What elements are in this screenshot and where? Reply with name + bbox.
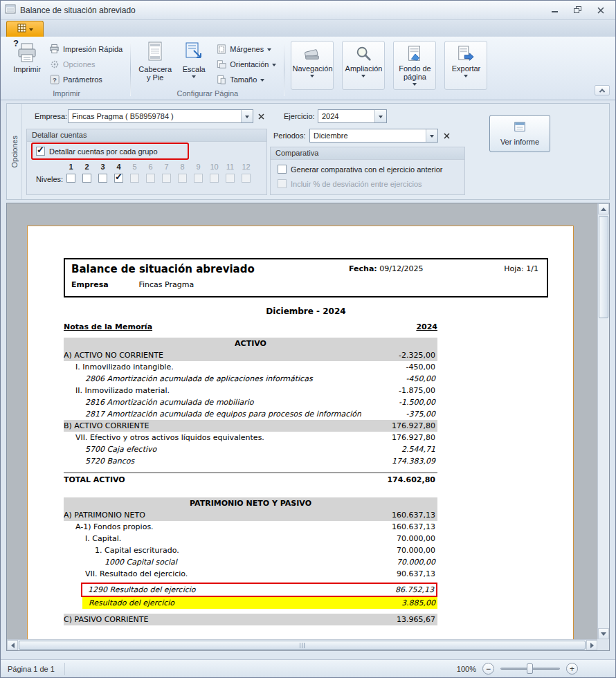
nivel-checkbox-1[interactable] xyxy=(66,174,75,183)
year-column-label: 2024 xyxy=(416,322,437,331)
zoom-out-button[interactable]: − xyxy=(482,663,494,675)
quick-print-icon xyxy=(49,44,60,54)
row-label: II. Inmovilizado material. xyxy=(64,385,361,396)
nivel-checkbox-5 xyxy=(130,174,139,183)
file-menu-button[interactable] xyxy=(6,21,44,37)
orientation-button[interactable]: Orientación xyxy=(213,57,279,71)
printer-icon: ? xyxy=(16,42,38,64)
vertical-scrollbar[interactable] xyxy=(597,203,609,639)
scroll-right-button[interactable] xyxy=(586,640,597,650)
empresa-clear-button[interactable] xyxy=(255,111,267,122)
chevron-down-icon xyxy=(272,64,276,68)
close-button[interactable] xyxy=(590,3,611,17)
empresa-select[interactable]: Fincas Pragma ( B58959784 ) xyxy=(68,109,253,123)
nivel-checkbox-3[interactable] xyxy=(98,174,107,183)
ejercicio-select[interactable]: 2024 xyxy=(318,109,387,123)
header-footer-button[interactable]: Cabecera y Pie xyxy=(136,39,174,82)
row-label: 2816 Amortización acumulada de mobiliari… xyxy=(64,396,361,408)
nivel-number: 4 xyxy=(111,163,127,171)
nivel-checkbox-7 xyxy=(162,174,171,183)
row-value: 174.602,80 xyxy=(361,473,437,486)
zoom-slider[interactable] xyxy=(500,663,560,675)
report-row: B) ACTIVO CORRIENTE176.927,80 xyxy=(64,420,437,432)
zoom-slider-thumb[interactable] xyxy=(527,663,533,674)
navigation-button[interactable]: Navegación xyxy=(291,41,334,90)
row-label: 1000 Capital social xyxy=(64,556,361,568)
detallar-group-title: Detallar cuentas xyxy=(27,129,266,142)
margins-button[interactable]: Márgenes xyxy=(213,42,279,55)
periodos-select[interactable]: Diciembre xyxy=(309,129,438,143)
row-label: ACTIVO xyxy=(235,338,266,349)
report-row-highlighted-yellow: Resultado del ejercicio3.885,00 xyxy=(82,597,437,609)
empresa-value: Fincas Pragma ( B58959784 ) xyxy=(69,112,241,120)
scrollbar-corner xyxy=(597,639,609,650)
zoom-in-button[interactable]: + xyxy=(566,663,578,675)
horizontal-scrollbar[interactable] xyxy=(7,639,597,650)
ribbon-group-configurar: Cabecera y Pie Escala Márgenes xyxy=(133,39,282,100)
page-background-button[interactable]: Fondo de página xyxy=(393,41,436,90)
nivel-checkbox-2[interactable] xyxy=(82,174,91,183)
dropdown-arrow-icon[interactable] xyxy=(426,129,437,142)
orientation-label: Orientación xyxy=(230,60,269,68)
margins-icon xyxy=(216,44,226,54)
comparativa-checkbox-row[interactable]: Generar comparativa con el ejercicio ant… xyxy=(278,165,443,174)
dropdown-arrow-icon[interactable] xyxy=(241,110,253,122)
group-label-configurar: Configurar Página xyxy=(136,89,279,100)
chevron-down-icon xyxy=(267,48,271,53)
comparativa-group-title: Comparativa xyxy=(271,147,464,160)
vertical-scrollbar-thumb[interactable] xyxy=(599,216,608,318)
page-background-icon xyxy=(406,45,424,64)
dropdown-arrow-icon[interactable] xyxy=(374,110,386,122)
export-button[interactable]: Exportar xyxy=(444,41,487,90)
app-icon xyxy=(5,3,16,17)
detallar-checkbox[interactable] xyxy=(36,147,45,156)
zoom-menu-button[interactable]: Ampliación xyxy=(342,41,385,90)
row-label: 2806 Amortización acumulada de aplicacio… xyxy=(64,373,361,385)
chevron-down-icon xyxy=(310,75,314,80)
ver-informe-button[interactable]: Ver informe xyxy=(489,115,550,152)
options-panel-label: Opciones xyxy=(10,136,19,167)
periodos-value: Diciembre xyxy=(310,131,426,140)
triangle-down-icon xyxy=(601,632,606,639)
hoja-label: Hoja: xyxy=(504,264,524,273)
triangle-left-icon xyxy=(8,643,15,648)
quick-print-button[interactable]: Impresión Rápida xyxy=(46,42,125,55)
comparativa-checkbox[interactable] xyxy=(278,165,287,174)
row-label: 1290 Resultado del ejercicio xyxy=(82,584,360,596)
row-label: 5700 Caja efectivo xyxy=(64,443,361,455)
gear-icon xyxy=(49,59,60,69)
row-label: 1. Capital escriturado. xyxy=(64,544,361,556)
report-row: II. Inmovilizado material.-1.875,00 xyxy=(64,385,437,396)
scale-button[interactable]: Escala xyxy=(174,39,213,81)
report-row: 2816 Amortización acumulada de mobiliari… xyxy=(64,396,437,408)
scroll-down-button[interactable] xyxy=(598,628,609,639)
maximize-button[interactable] xyxy=(568,3,588,17)
report-row: 1. Capital escriturado.70.000,00 xyxy=(64,544,437,556)
scroll-up-button[interactable] xyxy=(598,203,609,214)
size-label: Tamaño xyxy=(230,75,257,84)
app-window: Balance de situación abreviado ? xyxy=(0,0,616,678)
empresa-label: Empresa: xyxy=(35,112,67,120)
row-label: 2817 Amortización acumulada de equipos p… xyxy=(64,408,361,420)
report-row: PATRIMONIO NETO Y PASIVO xyxy=(64,497,437,509)
row-value: 70.000,00 xyxy=(361,544,437,556)
scroll-left-button[interactable] xyxy=(7,640,18,650)
page-indicator: Página 1 de 1 xyxy=(8,663,65,675)
minimize-button[interactable] xyxy=(545,3,565,17)
print-button[interactable]: ? Imprimir xyxy=(8,39,46,74)
row-value: 3.885,00 xyxy=(361,597,437,609)
report-header-box: Balance de situación abreviado Fecha: 09… xyxy=(64,258,548,297)
size-button[interactable]: Tamaño xyxy=(213,73,279,86)
row-value: 86.752,13 xyxy=(360,584,436,596)
periodos-clear-button[interactable] xyxy=(441,130,453,142)
collapse-ribbon-button[interactable] xyxy=(595,85,610,95)
horizontal-scrollbar-thumb[interactable] xyxy=(19,641,586,650)
nivel-checkbox-4[interactable] xyxy=(114,174,123,183)
report-row: C) PASIVO CORRIENTE13.965,67 xyxy=(64,614,437,625)
comparativa-checkbox-label: Generar comparativa con el ejercicio ant… xyxy=(291,165,443,174)
nivel-number: 5 xyxy=(127,163,143,171)
question-icon: ? xyxy=(49,74,60,84)
detallar-checkbox-row[interactable]: Detallar cuentas por cada grupo xyxy=(36,147,158,156)
report-row: ACTIVO xyxy=(64,338,437,349)
parameters-button[interactable]: ? Parámetros xyxy=(46,73,125,86)
